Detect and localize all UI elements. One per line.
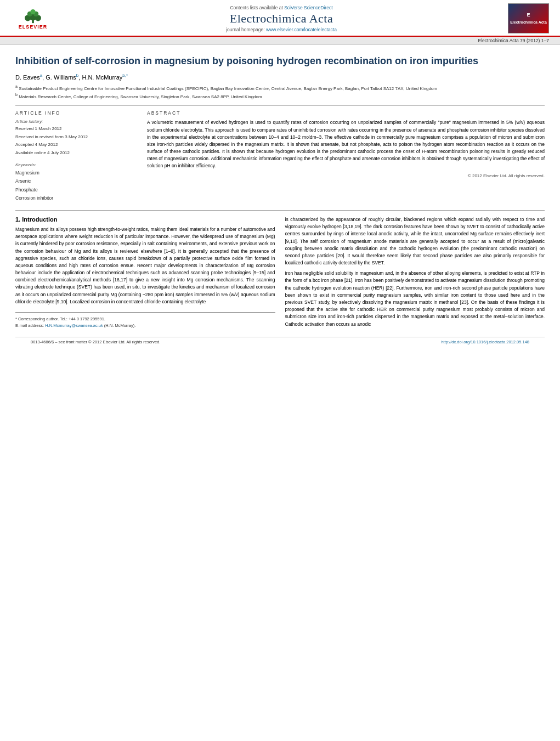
journal-center: Contents lists available at SciVerse Sci… xyxy=(55,5,508,32)
copyright-line: © 2012 Elsevier Ltd. All rights reserved… xyxy=(147,173,545,178)
email-label: E-mail address: xyxy=(15,323,45,328)
journal-header: ELSEVIER Contents lists available at Sci… xyxy=(0,0,560,37)
abstract-col: ABSTRACT A volumetric measurement of evo… xyxy=(147,110,545,202)
logo-right-text: E Electrochimica Acta xyxy=(510,12,547,25)
article-content: Inhibition of self-corrosion in magnesiu… xyxy=(0,45,560,354)
keywords-section: Keywords: Magnesium Arsenic Phosphate Co… xyxy=(15,162,136,202)
volume-info: Electrochimica Acta 79 (2012) 1–7 xyxy=(478,38,549,43)
keyword-2: Arsenic xyxy=(15,177,136,185)
author-eaves: D. Eaves xyxy=(15,74,40,81)
footnote-email: E-mail address: H.N.Mcmurray@swansea.ac.… xyxy=(15,323,275,329)
affil-b-marker: b xyxy=(15,93,18,97)
article-info-col: ARTICLE INFO Article history: Received 1… xyxy=(15,110,136,202)
article-info-header: ARTICLE INFO xyxy=(15,110,136,116)
intro-para2: is characterized by the appearance of ro… xyxy=(285,216,545,267)
footnote-star: * Corresponding author. Tel.: +44 0 1792… xyxy=(15,316,275,323)
author-mcmurray: H.N. McMurray xyxy=(82,74,122,81)
elsevier-logo: ELSEVIER xyxy=(11,8,55,30)
keyword-1: Magnesium xyxy=(15,169,136,177)
sciverse-link[interactable]: SciVerse ScienceDirect xyxy=(284,5,332,10)
date-revised: Received in revised form 3 May 2012 xyxy=(15,133,136,141)
svg-point-6 xyxy=(30,9,35,14)
affil-a: a Sustainable Product Engineering Centre… xyxy=(15,84,545,92)
email-suffix: (H.N. McMurray). xyxy=(104,323,136,328)
page-wrapper: ELSEVIER Contents lists available at Sci… xyxy=(0,0,560,354)
journal-title-display: Electrochimica Acta xyxy=(60,12,502,26)
body-columns: 1. Introduction Magnesium and its alloys… xyxy=(15,216,545,331)
intro-para3: Iron has negligible solid solubility in … xyxy=(285,270,545,327)
author-sup-bstar: b,* xyxy=(122,73,128,78)
journal-logo-right: E Electrochimica Acta xyxy=(508,3,549,33)
divider-1 xyxy=(15,105,545,106)
affiliations: a Sustainable Product Engineering Centre… xyxy=(15,84,545,100)
body-left-col: 1. Introduction Magnesium and its alloys… xyxy=(15,216,275,331)
author-sup-b: b xyxy=(76,73,78,78)
intro-number: 1. xyxy=(15,216,20,223)
history-label: Article history: xyxy=(15,119,136,124)
volume-bar: Electrochimica Acta 79 (2012) 1–7 xyxy=(0,37,560,45)
body-section: 1. Introduction Magnesium and its alloys… xyxy=(15,210,545,331)
keywords-label: Keywords: xyxy=(15,162,136,167)
issn-text: 0013-4686/$ – see front matter © 2012 El… xyxy=(31,340,161,344)
doi-link[interactable]: http://dx.doi.org/10.1016/j.electacta.20… xyxy=(441,340,529,344)
homepage-link[interactable]: www.elsevier.com/locate/electacta xyxy=(266,27,337,32)
info-dates: Received 1 March 2012 Received in revise… xyxy=(15,125,136,157)
keyword-3: Phosphate xyxy=(15,186,136,194)
sciverse-line: Contents lists available at SciVerse Sci… xyxy=(60,5,502,10)
elsevier-tree-icon xyxy=(22,9,44,24)
intro-title: Introduction xyxy=(22,216,57,223)
article-history: Article history: Received 1 March 2012 R… xyxy=(15,119,136,157)
homepage-prefix: journal homepage: xyxy=(226,27,266,32)
date-received: Received 1 March 2012 xyxy=(15,125,136,133)
article-title: Inhibition of self-corrosion in magnesiu… xyxy=(15,55,545,67)
affil-a-text: Sustainable Product Engineering Centre f… xyxy=(19,86,437,91)
affil-b-text: Materials Research Centre, College of En… xyxy=(19,94,262,99)
elsevier-text: ELSEVIER xyxy=(19,24,48,30)
sciverse-prefix: Contents lists available at xyxy=(230,5,284,10)
authors-line: D. Eavesa, G. Williamsb, H.N. McMurrayb,… xyxy=(15,73,545,81)
footnote-area: * Corresponding author. Tel.: +44 0 1792… xyxy=(15,312,275,329)
date-online: Available online 4 July 2012 xyxy=(15,149,136,157)
affil-a-marker: a xyxy=(15,84,18,88)
date-accepted: Accepted 4 May 2012 xyxy=(15,141,136,149)
body-right-col: is characterized by the appearance of ro… xyxy=(285,216,545,331)
intro-para1: Magnesium and its alloys possess high st… xyxy=(15,226,275,306)
info-abstract-columns: ARTICLE INFO Article history: Received 1… xyxy=(15,110,545,202)
keyword-4: Corrosion inhibitor xyxy=(15,194,136,202)
intro-section-title: 1. Introduction xyxy=(15,216,275,223)
abstract-text: A volumetric measurement of evolved hydr… xyxy=(147,119,545,169)
journal-homepage: journal homepage: www.elsevier.com/locat… xyxy=(60,27,502,32)
abstract-header: ABSTRACT xyxy=(147,110,545,116)
affil-b: b Materials Research Centre, College of … xyxy=(15,92,545,100)
bottom-bar: 0013-4686/$ – see front matter © 2012 El… xyxy=(15,337,545,347)
author-sup-a: a xyxy=(40,73,42,78)
email-link[interactable]: H.N.Mcmurray@swansea.ac.uk xyxy=(45,323,103,328)
author-williams: G. Williams xyxy=(46,74,76,81)
